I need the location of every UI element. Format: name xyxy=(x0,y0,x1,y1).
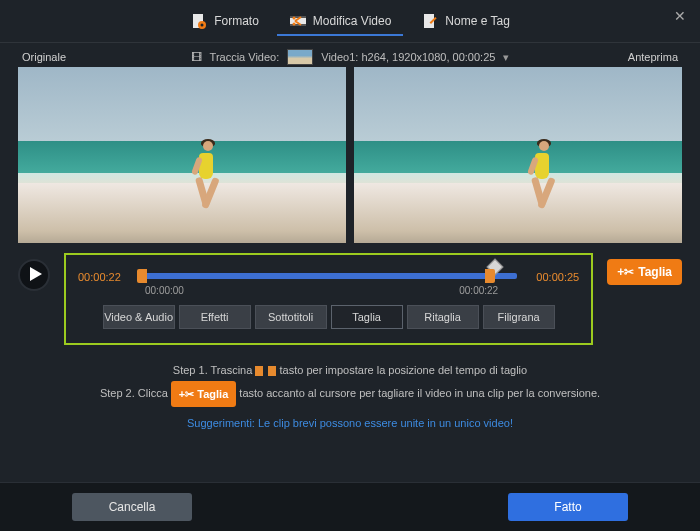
close-icon[interactable]: ✕ xyxy=(674,8,686,24)
timeline-panel: 00:00:22 00:00:00 00:00:22 00:00:25 Vide… xyxy=(64,253,593,345)
trim-handle-end[interactable] xyxy=(485,269,495,283)
svg-rect-4 xyxy=(290,16,306,18)
play-button[interactable] xyxy=(18,259,50,291)
track-info-text: Video1: h264, 1920x1080, 00:00:25 xyxy=(321,51,495,63)
step2-suffix: tasto accanto al cursore per tagliare il… xyxy=(239,387,600,399)
handle-icon xyxy=(255,366,263,376)
subtab-ritaglia[interactable]: Ritaglia xyxy=(407,305,479,329)
timeline-current-time: 00:00:22 xyxy=(78,271,130,283)
subtab-filigrana[interactable]: Filigrana xyxy=(483,305,555,329)
film-icon: 🎞 xyxy=(191,51,202,63)
step1-prefix: Step 1. Trascina xyxy=(173,364,253,376)
step1-suffix: tasto per impostare la posizione del tem… xyxy=(280,364,528,376)
subtab-taglia[interactable]: Taglia xyxy=(331,305,403,329)
handle-icon xyxy=(268,366,276,376)
trim-handle-start[interactable] xyxy=(137,269,147,283)
done-button[interactable]: Fatto xyxy=(508,493,628,521)
timeline-end-time: 00:00:22 xyxy=(459,285,498,296)
edit-subtabs: Video & Audio Effetti Sottotitoli Taglia… xyxy=(78,305,579,329)
cut-button-label: Taglia xyxy=(638,265,672,279)
svg-point-6 xyxy=(292,17,295,20)
svg-point-7 xyxy=(292,23,295,26)
film-scissors-icon xyxy=(289,12,307,30)
tip-text: Suggerimenti: Le clip brevi possono esse… xyxy=(0,417,700,429)
plus-scissors-icon: +✂ xyxy=(179,383,194,405)
footer-bar: Cancella Fatto xyxy=(0,482,700,531)
subtab-sottotitoli[interactable]: Sottotitoli xyxy=(255,305,327,329)
tab-modifica-video[interactable]: Modifica Video xyxy=(277,8,404,36)
subtab-video-audio[interactable]: Video & Audio xyxy=(103,305,175,329)
chevron-down-icon[interactable]: ▾ xyxy=(503,51,509,64)
subtab-effetti[interactable]: Effetti xyxy=(179,305,251,329)
inline-cut-label: Taglia xyxy=(197,383,228,405)
instructions: Step 1. Trascina tasto per impostare la … xyxy=(0,345,700,407)
tab-formato-label: Formato xyxy=(214,14,259,28)
play-icon xyxy=(27,267,42,284)
track-thumbnail xyxy=(287,49,313,65)
tab-nome-tag[interactable]: Nome e Tag xyxy=(409,8,521,36)
inline-cut-badge: +✂ Taglia xyxy=(171,381,236,407)
svg-rect-5 xyxy=(290,24,306,26)
timeline-bar xyxy=(140,273,517,279)
document-gear-icon xyxy=(190,12,208,30)
timeline-total-time: 00:00:25 xyxy=(527,271,579,283)
tab-formato[interactable]: Formato xyxy=(178,8,271,36)
cancel-button[interactable]: Cancella xyxy=(72,493,192,521)
tab-nometag-label: Nome e Tag xyxy=(445,14,509,28)
track-label: Traccia Video: xyxy=(210,51,280,63)
track-info-row: 🎞 Traccia Video: Video1: h264, 1920x1080… xyxy=(0,43,700,69)
preview-output xyxy=(354,67,682,243)
timeline-track[interactable]: 00:00:00 00:00:22 xyxy=(140,265,517,289)
preview-row xyxy=(0,63,700,243)
tab-modifica-label: Modifica Video xyxy=(313,14,392,28)
top-tab-bar: Formato Modifica Video Nome e Tag ✕ xyxy=(0,0,700,43)
svg-point-2 xyxy=(201,24,204,27)
step2-prefix: Step 2. Clicca xyxy=(100,387,168,399)
plus-scissors-icon: +✂ xyxy=(617,265,634,279)
preview-original xyxy=(18,67,346,243)
document-pencil-icon xyxy=(421,12,439,30)
timeline-start-time: 00:00:00 xyxy=(145,285,184,296)
cut-button[interactable]: +✂ Taglia xyxy=(607,259,682,285)
